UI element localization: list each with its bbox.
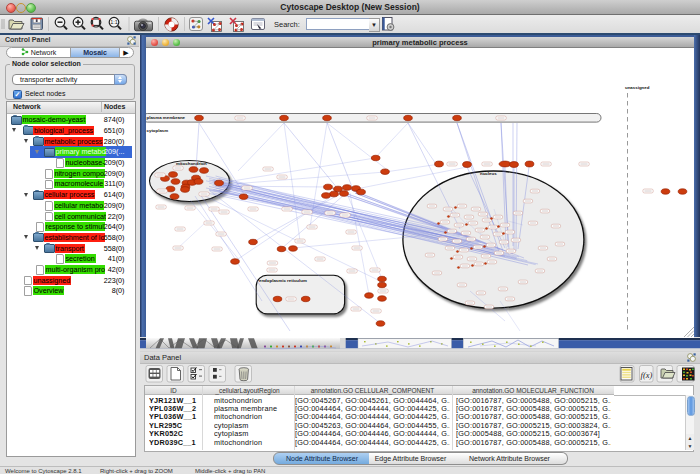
- svg-text:plasma membrane: plasma membrane: [147, 115, 186, 120]
- svg-text:1:1: 1:1: [110, 19, 118, 25]
- svg-text:endoplasmic reticulum: endoplasmic reticulum: [259, 277, 307, 282]
- svg-text:cytoplasm: cytoplasm: [147, 127, 169, 132]
- svg-text:f(x): f(x): [641, 370, 653, 380]
- svg-text:mitochondrion: mitochondrion: [176, 160, 207, 165]
- svg-text:unassigned: unassigned: [625, 84, 650, 89]
- svg-text:nucleus: nucleus: [480, 170, 497, 175]
